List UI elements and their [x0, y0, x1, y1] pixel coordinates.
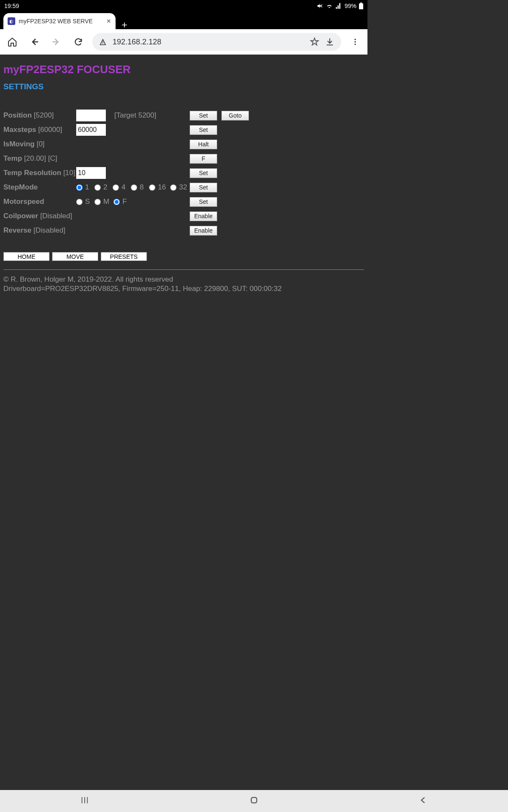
temp-unit-button[interactable]: F [190, 154, 217, 164]
stepmode-radio-label: 4 [121, 183, 127, 192]
battery-pct: 99% [345, 3, 356, 9]
halt-button[interactable]: Halt [190, 140, 217, 149]
svg-point-4 [354, 44, 356, 45]
footer-copyright: © R. Brown, Holger M, 2019-2022. All rig… [3, 275, 364, 284]
stepmode-radio-label: 2 [103, 183, 108, 192]
stepmode-radio-4[interactable] [113, 184, 119, 191]
reverse-enable-button[interactable]: Enable [190, 226, 217, 236]
forward-button[interactable] [48, 34, 64, 50]
position-goto-button[interactable]: Goto [221, 111, 249, 121]
tempres-set-button[interactable]: Set [190, 168, 217, 178]
row-stepmode: StepMode 12481632 Set [3, 181, 364, 194]
maxsteps-label: Maxsteps [3, 126, 36, 134]
stepmode-radio-8[interactable] [131, 184, 137, 191]
home-button[interactable] [4, 34, 20, 50]
maxsteps-value: [60000] [38, 126, 62, 134]
status-icons: 99% [317, 3, 363, 9]
svg-point-3 [354, 41, 356, 42]
nav-buttons: HOME MOVE PRESETS [3, 252, 364, 261]
maxsteps-set-button[interactable]: Set [190, 125, 217, 135]
coilpower-enable-button[interactable]: Enable [190, 211, 217, 221]
motorspeed-radio-label: F [122, 198, 127, 206]
stepmode-radio-label: 32 [179, 183, 187, 192]
position-value: [5200] [34, 111, 54, 119]
motorspeed-radio-S[interactable] [76, 199, 83, 205]
page-subtitle: SETTINGS [3, 82, 364, 91]
footer-info: Driverboard=PRO2ESP32DRV8825, Firmware=2… [3, 284, 364, 294]
url-text: 192.168.2.128 [113, 38, 304, 47]
divider [3, 269, 364, 270]
reverse-label: Reverse [3, 226, 31, 234]
stepmode-set-button[interactable]: Set [190, 183, 217, 192]
android-statusbar: 19:59 99% [0, 0, 367, 11]
reverse-value: [Disabled] [33, 226, 66, 234]
row-reverse: Reverse [Disabled] Enable [3, 224, 364, 237]
mute-icon [317, 3, 323, 9]
position-label: Position [3, 111, 32, 119]
temp-label: Temp [3, 154, 22, 162]
nav-home-button[interactable]: HOME [3, 252, 50, 261]
motorspeed-radio-label: S [85, 198, 90, 206]
browser-tab[interactable]: ◐ myFP2ESP32 WEB SERVE ✕ [3, 13, 116, 29]
ismoving-label: IsMoving [3, 140, 35, 148]
nav-presets-button[interactable]: PRESETS [101, 252, 147, 261]
svg-point-2 [354, 39, 356, 40]
bookmark-icon[interactable] [310, 37, 319, 47]
row-maxsteps: Maxsteps [60000] Set [3, 123, 364, 136]
tempres-value: [10] [63, 169, 75, 177]
not-secure-icon [99, 38, 107, 46]
tempres-label: Temp Resolution [3, 169, 61, 177]
row-ismoving: IsMoving [0] Halt [3, 138, 364, 151]
position-set-button[interactable]: Set [190, 111, 217, 121]
page-content: myFP2ESP32 FOCUSER SETTINGS Position [52… [0, 55, 367, 565]
row-tempres: Temp Resolution [10] Set [3, 167, 364, 179]
tab-title: myFP2ESP32 WEB SERVE [19, 18, 103, 25]
motorspeed-radio-M[interactable] [94, 199, 101, 205]
stepmode-radio-16[interactable] [149, 184, 155, 191]
temp-value: [20.00] [C] [24, 154, 57, 162]
svg-rect-0 [359, 3, 363, 9]
stepmode-radio-2[interactable] [94, 184, 101, 191]
page-title: myFP2ESP32 FOCUSER [3, 63, 364, 76]
clock: 19:59 [4, 3, 19, 9]
ismoving-value: [0] [36, 140, 44, 148]
coilpower-label: Coilpower [3, 212, 38, 220]
motorspeed-set-button[interactable]: Set [190, 197, 217, 207]
coilpower-value: [Disabled] [40, 212, 72, 220]
stepmode-radio-32[interactable] [170, 184, 177, 191]
footer: © R. Brown, Holger M, 2019-2022. All rig… [3, 275, 364, 294]
position-input[interactable] [76, 110, 106, 121]
position-target: [Target 5200] [114, 111, 190, 120]
tempres-input[interactable] [76, 167, 106, 179]
close-icon[interactable]: ✕ [106, 18, 111, 25]
row-position: Position [5200] [Target 5200] Set Goto [3, 109, 364, 122]
motorspeed-radio-F[interactable] [113, 199, 120, 205]
stepmode-radio-label: 8 [140, 183, 145, 192]
signal-icon [335, 3, 342, 9]
svg-rect-1 [360, 3, 362, 3]
maxsteps-input[interactable] [76, 124, 106, 136]
tab-bar: ◐ myFP2ESP32 WEB SERVE ✕ [0, 11, 367, 29]
reload-button[interactable] [70, 34, 86, 50]
row-coilpower: Coilpower [Disabled] Enable [3, 210, 364, 222]
address-bar[interactable]: 192.168.2.128 [92, 33, 341, 51]
battery-icon [359, 3, 363, 9]
new-tab-button[interactable] [116, 21, 133, 29]
row-motorspeed: Motorspeed SMF Set [3, 195, 364, 208]
tab-favicon: ◐ [8, 17, 15, 25]
browser-toolbar: 192.168.2.128 [0, 29, 367, 55]
wifi-icon [326, 3, 333, 9]
motorspeed-label: Motorspeed [3, 198, 44, 206]
stepmode-radio-label: 16 [158, 183, 166, 192]
nav-move-button[interactable]: MOVE [52, 252, 98, 261]
download-icon[interactable] [325, 37, 334, 47]
menu-button[interactable] [347, 34, 363, 50]
back-button[interactable] [26, 34, 42, 50]
stepmode-radio-1[interactable] [76, 184, 83, 191]
stepmode-label: StepMode [3, 183, 38, 191]
motorspeed-radio-label: M [103, 198, 109, 206]
row-temp: Temp [20.00] [C] F [3, 152, 364, 165]
stepmode-radio-label: 1 [85, 183, 90, 192]
